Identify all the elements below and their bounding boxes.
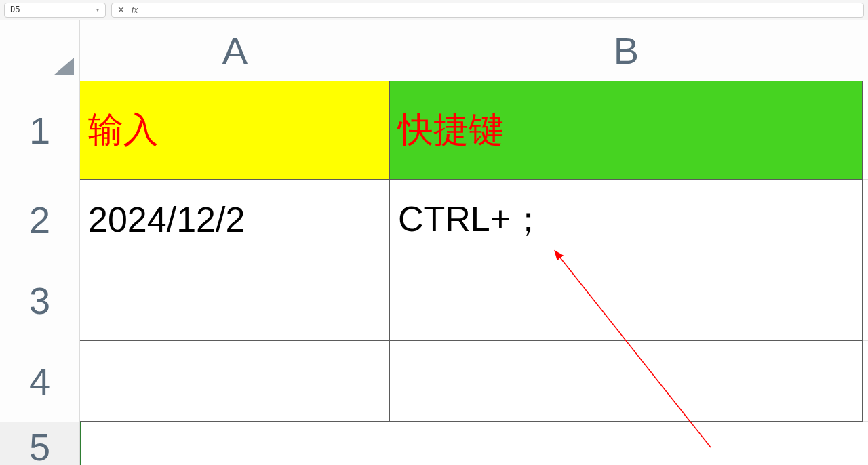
cell-edge-4 [863, 341, 868, 422]
cell-edge-1 [863, 81, 868, 180]
cell-A4[interactable] [80, 341, 390, 422]
row-header-2[interactable]: 2 [0, 180, 80, 260]
cell-B3[interactable] [390, 260, 863, 341]
cancel-icon[interactable]: ✕ [117, 5, 125, 15]
row-header-1[interactable]: 1 [0, 81, 80, 180]
row-header-3[interactable]: 3 [0, 260, 80, 341]
column-header-edge [863, 20, 868, 81]
cell-A1[interactable]: 输入 [80, 81, 390, 180]
row-header-4[interactable]: 4 [0, 341, 80, 422]
spreadsheet-grid: A B 1 输入 快捷键 2 2024/12/2 CTRL+； 3 4 5 [0, 20, 868, 465]
chevron-down-icon: ▾ [96, 6, 100, 14]
cell-edge-5 [863, 422, 868, 465]
formula-bar: D5 ▾ ✕ fx [0, 0, 868, 20]
formula-input-wrap: ✕ fx [111, 3, 864, 18]
cell-edge-3 [863, 260, 868, 341]
cell-B4[interactable] [390, 341, 863, 422]
cell-A5[interactable] [80, 422, 390, 465]
column-header-B[interactable]: B [390, 20, 863, 81]
name-box-value: D5 [10, 5, 20, 15]
formula-input[interactable] [144, 5, 858, 16]
fx-label[interactable]: fx [132, 5, 138, 15]
cell-B2[interactable]: CTRL+； [390, 180, 863, 260]
column-header-A[interactable]: A [80, 20, 390, 81]
cell-A3[interactable] [80, 260, 390, 341]
cell-B1[interactable]: 快捷键 [390, 81, 863, 180]
name-box[interactable]: D5 ▾ [4, 3, 106, 18]
cell-B5[interactable] [390, 422, 863, 465]
cell-edge-2 [863, 180, 868, 260]
select-all-corner[interactable] [0, 20, 80, 81]
cell-A2[interactable]: 2024/12/2 [80, 180, 390, 260]
row-header-5[interactable]: 5 [0, 422, 80, 465]
